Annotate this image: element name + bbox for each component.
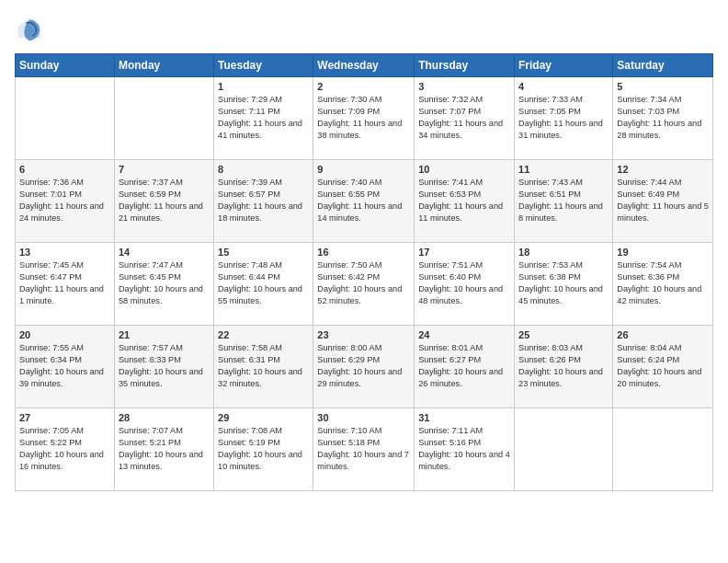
day-info: Sunrise: 7:07 AMSunset: 5:21 PMDaylight:… bbox=[119, 425, 210, 473]
day-number: 9 bbox=[317, 164, 410, 175]
day-number: 24 bbox=[418, 329, 510, 340]
day-info: Sunrise: 7:33 AMSunset: 7:05 PMDaylight:… bbox=[518, 94, 609, 142]
day-number: 4 bbox=[518, 81, 609, 92]
day-number: 7 bbox=[119, 164, 210, 175]
calendar-cell: 26Sunrise: 8:04 AMSunset: 6:24 PMDayligh… bbox=[613, 326, 713, 408]
calendar-week-1: 1Sunrise: 7:29 AMSunset: 7:11 PMDaylight… bbox=[16, 77, 713, 160]
calendar-cell: 17Sunrise: 7:51 AMSunset: 6:40 PMDayligh… bbox=[415, 243, 515, 326]
calendar-week-4: 20Sunrise: 7:55 AMSunset: 6:34 PMDayligh… bbox=[16, 326, 713, 408]
day-info: Sunrise: 7:36 AMSunset: 7:01 PMDaylight:… bbox=[19, 177, 110, 224]
day-info: Sunrise: 7:39 AMSunset: 6:57 PMDaylight:… bbox=[218, 177, 309, 224]
day-info: Sunrise: 8:00 AMSunset: 6:29 PMDaylight:… bbox=[317, 342, 410, 390]
calendar-cell: 20Sunrise: 7:55 AMSunset: 6:34 PMDayligh… bbox=[16, 326, 115, 408]
calendar-cell: 1Sunrise: 7:29 AMSunset: 7:11 PMDaylight… bbox=[214, 77, 313, 160]
calendar-cell: 25Sunrise: 8:03 AMSunset: 6:26 PMDayligh… bbox=[515, 326, 613, 408]
day-number: 18 bbox=[518, 247, 609, 258]
day-number: 19 bbox=[617, 247, 709, 258]
calendar-cell: 22Sunrise: 7:58 AMSunset: 6:31 PMDayligh… bbox=[214, 326, 313, 408]
weekday-header-sunday: Sunday bbox=[16, 54, 115, 77]
day-number: 12 bbox=[617, 164, 709, 175]
day-number: 1 bbox=[218, 81, 309, 92]
calendar-cell: 21Sunrise: 7:57 AMSunset: 6:33 PMDayligh… bbox=[114, 326, 213, 408]
day-info: Sunrise: 7:11 AMSunset: 5:16 PMDaylight:… bbox=[418, 425, 510, 473]
calendar-cell: 9Sunrise: 7:40 AMSunset: 6:55 PMDaylight… bbox=[313, 160, 415, 243]
day-info: Sunrise: 7:37 AMSunset: 6:59 PMDaylight:… bbox=[119, 177, 210, 224]
calendar-cell bbox=[515, 408, 613, 491]
calendar-cell: 2Sunrise: 7:30 AMSunset: 7:09 PMDaylight… bbox=[313, 77, 415, 160]
day-number: 8 bbox=[218, 164, 309, 175]
calendar-cell: 19Sunrise: 7:54 AMSunset: 6:36 PMDayligh… bbox=[613, 243, 713, 326]
calendar-cell bbox=[613, 408, 713, 491]
calendar-cell: 18Sunrise: 7:53 AMSunset: 6:38 PMDayligh… bbox=[515, 243, 613, 326]
day-number: 27 bbox=[19, 412, 110, 423]
calendar-cell: 10Sunrise: 7:41 AMSunset: 6:53 PMDayligh… bbox=[415, 160, 515, 243]
weekday-header-thursday: Thursday bbox=[415, 54, 515, 77]
day-info: Sunrise: 7:44 AMSunset: 6:49 PMDaylight:… bbox=[617, 177, 709, 224]
day-info: Sunrise: 7:08 AMSunset: 5:19 PMDaylight:… bbox=[218, 425, 309, 473]
day-info: Sunrise: 7:48 AMSunset: 6:44 PMDaylight:… bbox=[218, 259, 309, 307]
day-info: Sunrise: 7:32 AMSunset: 7:07 PMDaylight:… bbox=[418, 94, 510, 142]
day-info: Sunrise: 7:05 AMSunset: 5:22 PMDaylight:… bbox=[19, 425, 110, 473]
weekday-header-monday: Monday bbox=[114, 54, 213, 77]
calendar-body: 1Sunrise: 7:29 AMSunset: 7:11 PMDaylight… bbox=[16, 77, 713, 491]
weekday-row: SundayMondayTuesdayWednesdayThursdayFrid… bbox=[16, 54, 713, 77]
calendar-cell: 29Sunrise: 7:08 AMSunset: 5:19 PMDayligh… bbox=[214, 408, 313, 491]
day-info: Sunrise: 7:51 AMSunset: 6:40 PMDaylight:… bbox=[418, 259, 510, 307]
calendar-cell: 27Sunrise: 7:05 AMSunset: 5:22 PMDayligh… bbox=[16, 408, 115, 491]
day-number: 28 bbox=[119, 412, 210, 423]
weekday-header-wednesday: Wednesday bbox=[313, 54, 415, 77]
calendar-header: SundayMondayTuesdayWednesdayThursdayFrid… bbox=[16, 54, 713, 77]
day-number: 23 bbox=[317, 329, 410, 340]
day-number: 15 bbox=[218, 247, 309, 258]
calendar-cell: 13Sunrise: 7:45 AMSunset: 6:47 PMDayligh… bbox=[16, 243, 115, 326]
day-number: 14 bbox=[119, 247, 210, 258]
calendar-cell: 14Sunrise: 7:47 AMSunset: 6:45 PMDayligh… bbox=[114, 243, 213, 326]
day-number: 25 bbox=[518, 329, 609, 340]
day-info: Sunrise: 7:10 AMSunset: 5:18 PMDaylight:… bbox=[317, 425, 410, 473]
calendar-cell: 15Sunrise: 7:48 AMSunset: 6:44 PMDayligh… bbox=[214, 243, 313, 326]
day-info: Sunrise: 7:29 AMSunset: 7:11 PMDaylight:… bbox=[218, 94, 309, 142]
day-number: 11 bbox=[518, 164, 609, 175]
day-number: 5 bbox=[617, 81, 709, 92]
day-info: Sunrise: 7:57 AMSunset: 6:33 PMDaylight:… bbox=[119, 342, 210, 390]
calendar-cell: 6Sunrise: 7:36 AMSunset: 7:01 PMDaylight… bbox=[16, 160, 115, 243]
day-info: Sunrise: 7:54 AMSunset: 6:36 PMDaylight:… bbox=[617, 259, 709, 307]
calendar-cell bbox=[114, 77, 213, 160]
day-info: Sunrise: 7:41 AMSunset: 6:53 PMDaylight:… bbox=[418, 177, 510, 224]
day-number: 20 bbox=[19, 329, 110, 340]
day-number: 3 bbox=[418, 81, 510, 92]
day-info: Sunrise: 8:01 AMSunset: 6:27 PMDaylight:… bbox=[418, 342, 510, 390]
page: SundayMondayTuesdayWednesdayThursdayFrid… bbox=[0, 0, 728, 506]
calendar-cell: 4Sunrise: 7:33 AMSunset: 7:05 PMDaylight… bbox=[515, 77, 613, 160]
calendar-week-2: 6Sunrise: 7:36 AMSunset: 7:01 PMDaylight… bbox=[16, 160, 713, 243]
day-number: 17 bbox=[418, 247, 510, 258]
day-number: 21 bbox=[119, 329, 210, 340]
day-info: Sunrise: 8:04 AMSunset: 6:24 PMDaylight:… bbox=[617, 342, 709, 390]
day-number: 29 bbox=[218, 412, 309, 423]
day-info: Sunrise: 7:53 AMSunset: 6:38 PMDaylight:… bbox=[518, 259, 609, 307]
logo bbox=[15, 15, 46, 44]
day-number: 10 bbox=[418, 164, 510, 175]
day-info: Sunrise: 7:50 AMSunset: 6:42 PMDaylight:… bbox=[317, 259, 410, 307]
calendar-cell: 30Sunrise: 7:10 AMSunset: 5:18 PMDayligh… bbox=[313, 408, 415, 491]
day-number: 31 bbox=[418, 412, 510, 423]
day-info: Sunrise: 7:43 AMSunset: 6:51 PMDaylight:… bbox=[518, 177, 609, 224]
calendar-week-5: 27Sunrise: 7:05 AMSunset: 5:22 PMDayligh… bbox=[16, 408, 713, 491]
day-number: 26 bbox=[617, 329, 709, 340]
day-info: Sunrise: 7:47 AMSunset: 6:45 PMDaylight:… bbox=[119, 259, 210, 307]
day-info: Sunrise: 8:03 AMSunset: 6:26 PMDaylight:… bbox=[518, 342, 609, 390]
weekday-header-saturday: Saturday bbox=[613, 54, 713, 77]
day-info: Sunrise: 7:40 AMSunset: 6:55 PMDaylight:… bbox=[317, 177, 410, 224]
calendar-cell: 7Sunrise: 7:37 AMSunset: 6:59 PMDaylight… bbox=[114, 160, 213, 243]
day-number: 30 bbox=[317, 412, 410, 423]
calendar-cell: 28Sunrise: 7:07 AMSunset: 5:21 PMDayligh… bbox=[114, 408, 213, 491]
calendar-cell: 12Sunrise: 7:44 AMSunset: 6:49 PMDayligh… bbox=[613, 160, 713, 243]
day-info: Sunrise: 7:55 AMSunset: 6:34 PMDaylight:… bbox=[19, 342, 110, 390]
calendar-cell: 5Sunrise: 7:34 AMSunset: 7:03 PMDaylight… bbox=[613, 77, 713, 160]
calendar-cell: 16Sunrise: 7:50 AMSunset: 6:42 PMDayligh… bbox=[313, 243, 415, 326]
day-number: 22 bbox=[218, 329, 309, 340]
day-number: 2 bbox=[317, 81, 410, 92]
day-info: Sunrise: 7:58 AMSunset: 6:31 PMDaylight:… bbox=[218, 342, 309, 390]
logo-icon bbox=[15, 15, 44, 44]
calendar-cell: 23Sunrise: 8:00 AMSunset: 6:29 PMDayligh… bbox=[313, 326, 415, 408]
